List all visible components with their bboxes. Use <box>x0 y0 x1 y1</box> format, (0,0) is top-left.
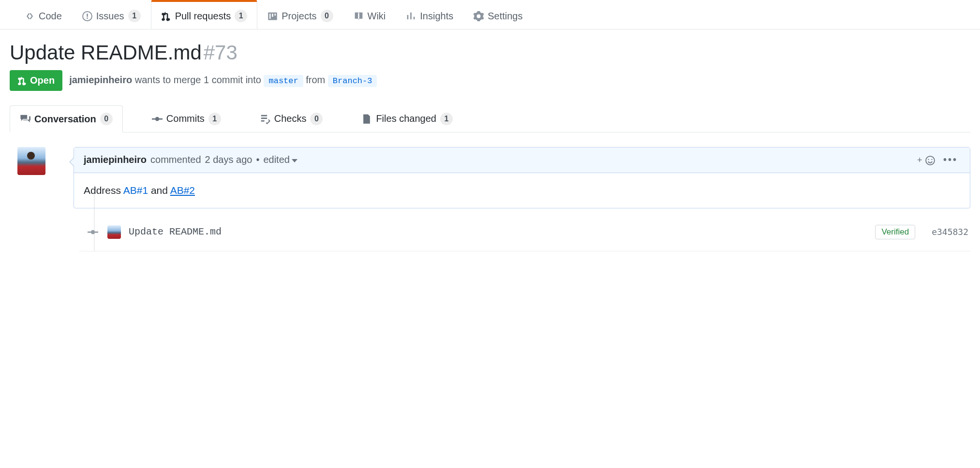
tab-issues-count: 1 <box>128 10 141 22</box>
timeline: jamiepinheiro commented 2 days ago • edi… <box>10 147 970 251</box>
tab-projects-count: 0 <box>321 10 333 22</box>
verified-badge[interactable]: Verified <box>875 225 915 239</box>
subtab-commits-label: Commits <box>166 113 205 124</box>
pr-number: #73 <box>204 41 238 64</box>
tab-projects-label: Projects <box>282 11 316 22</box>
base-branch[interactable]: master <box>264 75 303 87</box>
subtab-checks-label: Checks <box>274 113 307 124</box>
add-reaction-button[interactable]: + <box>917 154 935 166</box>
subtab-checks-count: 0 <box>310 113 323 125</box>
git-pull-request-icon <box>17 76 27 86</box>
subtab-checks[interactable]: Checks 0 <box>250 105 333 132</box>
comment-link-1[interactable]: AB#1 <box>123 185 148 196</box>
comment-body: Address AB#1 and AB#2 <box>74 173 970 208</box>
caret-down-icon <box>292 159 297 162</box>
pr-meta: Open jamiepinheiro wants to merge 1 comm… <box>10 70 970 91</box>
comment-edited[interactable]: edited <box>263 154 297 165</box>
comment-header: jamiepinheiro commented 2 days ago • edi… <box>74 147 970 173</box>
svg-point-2 <box>931 159 932 160</box>
repo-nav: Code Issues 1 Pull requests 1 Projects 0… <box>0 0 980 29</box>
tab-insights-label: Insights <box>420 11 453 22</box>
comment-link-2[interactable]: AB#2 <box>170 185 195 196</box>
pr-meta-from: from <box>306 74 328 85</box>
tab-wiki[interactable]: Wiki <box>343 0 396 29</box>
pr-state-text: Open <box>30 75 55 86</box>
git-commit-icon <box>88 227 98 237</box>
pr-subnav: Conversation 0 Commits 1 Checks 0 Files … <box>10 105 970 132</box>
svg-point-1 <box>928 159 929 160</box>
subtab-conversation[interactable]: Conversation 0 <box>10 105 123 132</box>
comment-discussion-icon <box>20 114 30 124</box>
subtab-files-count: 1 <box>440 113 453 125</box>
comment-author[interactable]: jamiepinheiro <box>84 154 147 165</box>
tab-settings[interactable]: Settings <box>463 0 533 29</box>
comment-body-mid: and <box>148 185 170 196</box>
pr-title: Update README.md <box>10 41 202 64</box>
commit-sha[interactable]: e345832 <box>932 227 968 237</box>
graph-icon <box>406 11 416 21</box>
subtab-files[interactable]: Files changed 1 <box>352 105 462 132</box>
svg-point-0 <box>926 156 935 165</box>
comment: jamiepinheiro commented 2 days ago • edi… <box>74 147 970 208</box>
book-icon <box>354 11 364 21</box>
commit-avatar[interactable] <box>107 225 121 239</box>
tab-projects[interactable]: Projects 0 <box>257 0 343 29</box>
comment-body-prefix: Address <box>84 185 123 196</box>
tab-pull-requests-count: 1 <box>235 10 247 22</box>
file-diff-icon <box>361 114 372 124</box>
head-branch[interactable]: Branch-3 <box>328 75 377 87</box>
comment-time[interactable]: 2 days ago <box>205 154 252 165</box>
tab-code-label: Code <box>39 11 62 22</box>
gear-icon <box>474 11 484 21</box>
git-commit-icon <box>152 114 163 124</box>
code-icon <box>25 11 35 21</box>
tab-wiki-label: Wiki <box>368 11 386 22</box>
subtab-commits[interactable]: Commits 1 <box>142 105 231 132</box>
pr-author[interactable]: jamiepinheiro <box>69 74 132 85</box>
project-icon <box>267 11 278 21</box>
commit-row: Update README.md Verified e345832 <box>86 225 970 239</box>
comment-action: commented <box>150 154 201 165</box>
smiley-icon <box>925 155 935 166</box>
timeline-divider <box>79 251 970 251</box>
git-pull-request-icon <box>161 11 171 21</box>
tab-settings-label: Settings <box>488 11 522 22</box>
tab-insights[interactable]: Insights <box>396 0 463 29</box>
tab-pull-requests[interactable]: Pull requests 1 <box>151 0 258 29</box>
tab-issues-label: Issues <box>96 11 124 22</box>
pr-header: Update README.md #73 <box>10 41 970 64</box>
commit-message[interactable]: Update README.md <box>129 226 222 237</box>
subtab-conversation-count: 0 <box>100 113 113 125</box>
comment-menu-button[interactable]: ••• <box>943 154 958 165</box>
tab-pull-requests-label: Pull requests <box>175 11 231 22</box>
avatar[interactable] <box>17 147 45 175</box>
tab-issues[interactable]: Issues 1 <box>72 0 151 29</box>
pr-meta-middle: wants to merge 1 commit into <box>132 74 264 85</box>
checklist-icon <box>260 114 270 124</box>
subtab-conversation-label: Conversation <box>34 114 96 125</box>
comment-sep: • <box>256 154 259 165</box>
issue-icon <box>82 11 92 21</box>
subtab-commits-count: 1 <box>208 113 221 125</box>
tab-code[interactable]: Code <box>15 0 72 29</box>
subtab-files-label: Files changed <box>376 113 436 124</box>
pr-state-badge: Open <box>10 70 62 91</box>
